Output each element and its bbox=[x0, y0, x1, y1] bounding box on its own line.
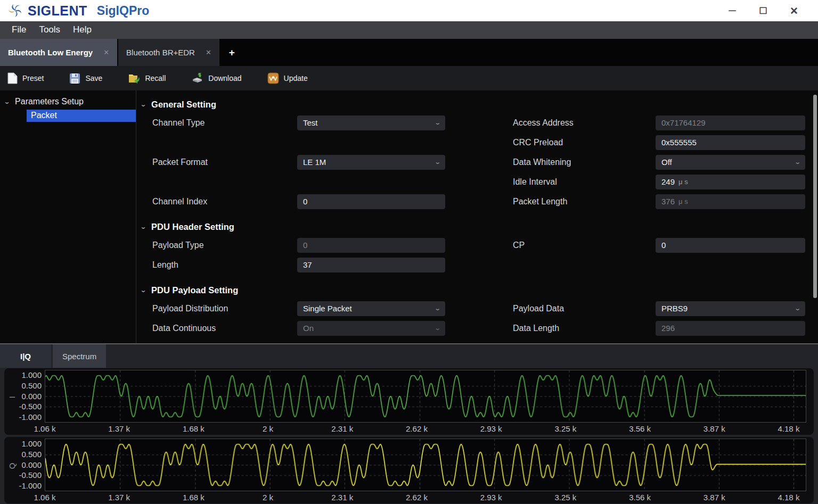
main-area: ⌄ Parameters Setup Packet ⌄General Setti… bbox=[0, 90, 818, 343]
field-label: Data Length bbox=[513, 324, 656, 333]
field-label: Length bbox=[152, 260, 297, 270]
field-value: 249 bbox=[661, 177, 675, 186]
menu-help[interactable]: Help bbox=[67, 24, 98, 36]
cp-field[interactable]: 0 bbox=[656, 238, 805, 253]
field-label: Payload Distribution bbox=[152, 304, 297, 313]
section-header-pdu-payload-setting[interactable]: ⌄PDU Payload Setting bbox=[136, 282, 818, 299]
minimize-button[interactable]: ─ bbox=[717, 5, 748, 16]
y-tick-label: -0.500 bbox=[5, 403, 42, 410]
field-label: CRC Preload bbox=[513, 138, 656, 147]
field-value: 0 bbox=[661, 241, 666, 250]
menu-file[interactable]: File bbox=[5, 24, 32, 36]
field-value: 37 bbox=[303, 260, 312, 269]
data-whitening-select[interactable]: Off⌄ bbox=[656, 155, 805, 170]
payload-data-select[interactable]: PRBS9⌄ bbox=[656, 301, 805, 316]
crc-preload-field[interactable]: 0x555555 bbox=[656, 135, 805, 150]
iq-chart-card-i: I1.0000.5000.000-0.500-1.0001.06 k1.37 k… bbox=[4, 368, 814, 435]
window-controls: ─☐✕ bbox=[717, 5, 809, 17]
new-tab-button[interactable]: + bbox=[220, 39, 243, 66]
vertical-scrollbar[interactable] bbox=[813, 95, 817, 298]
chevron-down-icon: ⌄ bbox=[140, 101, 146, 108]
form-row: CRC Preload0x555555 bbox=[136, 133, 818, 152]
packet-length-field: 376μ s bbox=[656, 194, 805, 209]
y-tick-label: 1.000 bbox=[5, 440, 42, 448]
app-title: SigIQPro bbox=[97, 4, 149, 18]
x-tick-label: 2.62 k bbox=[395, 424, 438, 433]
toolbar-button-label: Save bbox=[85, 74, 102, 82]
x-tick-label: 3.25 k bbox=[544, 493, 587, 502]
form-row: Length37 bbox=[136, 255, 818, 275]
x-tick-label: 2.62 k bbox=[395, 493, 438, 502]
tree-node-parameters-setup[interactable]: ⌄ Parameters Setup bbox=[0, 97, 136, 106]
payload-type-field: 0 bbox=[297, 238, 445, 253]
section-header-general-setting[interactable]: ⌄General Setting bbox=[136, 96, 818, 113]
waveform-viewer: I|QSpectrum I1.0000.5000.000-0.500-1.000… bbox=[0, 344, 818, 504]
field-label: Channel Type bbox=[152, 118, 297, 128]
y-tick-label: -1.000 bbox=[5, 414, 42, 421]
x-tick-label: 1.68 k bbox=[172, 493, 215, 502]
data-continuous-select: On⌄ bbox=[297, 321, 445, 336]
field-value: 296 bbox=[661, 324, 675, 333]
field-value: 0 bbox=[303, 241, 307, 250]
x-tick-label: 2.93 k bbox=[470, 493, 512, 502]
x-tick-label: 2 k bbox=[247, 493, 289, 502]
x-tick-label: 2.31 k bbox=[321, 493, 364, 502]
iq-chart-card-q: Q1.0000.5000.000-0.500-1.0001.06 k1.37 k… bbox=[4, 437, 814, 503]
preset-button[interactable]: Preset bbox=[7, 72, 44, 84]
tab-bluetooth-low-energy[interactable]: Bluetooth Low Energy✕ bbox=[0, 39, 117, 66]
plot-area[interactable] bbox=[45, 370, 806, 423]
tab-label: Bluetooth BR+EDR bbox=[126, 48, 195, 57]
field-value: PRBS9 bbox=[661, 304, 688, 313]
field-value: Test bbox=[303, 118, 318, 127]
close-icon[interactable]: ✕ bbox=[103, 48, 109, 56]
x-tick-label: 2.31 k bbox=[321, 424, 364, 433]
update-icon bbox=[267, 72, 279, 84]
field-label: Channel Index bbox=[152, 197, 297, 206]
payload-distribution-select[interactable]: Single Packet⌄ bbox=[297, 301, 445, 316]
field-value: LE 1M bbox=[303, 158, 326, 167]
recall-button[interactable]: Recall bbox=[128, 72, 166, 84]
toolbar-button-label: Preset bbox=[22, 74, 44, 82]
menu-tools[interactable]: Tools bbox=[32, 24, 67, 36]
brand-text: SIGLENT bbox=[28, 3, 87, 19]
chevron-down-icon: ⌄ bbox=[3, 98, 10, 105]
field-label: Data Whitening bbox=[513, 158, 656, 167]
save-button[interactable]: Save bbox=[69, 73, 102, 84]
field-label: Idle Interval bbox=[513, 177, 656, 187]
y-tick-label: 0.000 bbox=[5, 461, 42, 469]
access-address-field: 0x71764129 bbox=[656, 115, 805, 130]
x-tick-label: 3.87 k bbox=[693, 493, 735, 502]
tab-bluetooth-br-edr[interactable]: Bluetooth BR+EDR✕ bbox=[118, 39, 219, 66]
parameters-tree: ⌄ Parameters Setup Packet bbox=[0, 90, 136, 343]
chevron-down-icon: ⌄ bbox=[434, 119, 441, 126]
close-button[interactable]: ✕ bbox=[779, 5, 809, 17]
close-icon[interactable]: ✕ bbox=[206, 48, 211, 56]
x-tick-label: 4.18 k bbox=[767, 493, 810, 502]
plot-area[interactable] bbox=[45, 439, 806, 491]
viewer-tab-iq[interactable]: I|Q bbox=[0, 344, 51, 368]
x-tick-label: 3.25 k bbox=[544, 424, 587, 433]
unit-label: μ s bbox=[678, 197, 688, 205]
toolbar: PresetSaveRecallDownloadUpdate bbox=[0, 66, 818, 90]
form-row: Channel Index0Packet Length376μ s bbox=[136, 192, 818, 211]
section-title: PDU Header Setting bbox=[151, 222, 234, 232]
x-tick-label: 1.68 k bbox=[172, 424, 215, 433]
channel-index-field[interactable]: 0 bbox=[297, 194, 445, 209]
toolbar-button-label: Update bbox=[284, 74, 308, 82]
channel-type-select[interactable]: Test⌄ bbox=[297, 115, 445, 130]
field-value: 376 bbox=[661, 197, 675, 206]
tree-item-packet[interactable]: Packet bbox=[27, 110, 136, 122]
viewer-tab-spectrum[interactable]: Spectrum bbox=[53, 344, 106, 368]
form-row: Payload Type0CP0 bbox=[136, 235, 818, 255]
viewer-tab-bar: I|QSpectrum bbox=[0, 344, 818, 368]
update-button[interactable]: Update bbox=[267, 72, 308, 84]
section-header-pdu-header-setting[interactable]: ⌄PDU Header Setting bbox=[136, 218, 818, 235]
packet-format-select[interactable]: LE 1M⌄ bbox=[297, 155, 445, 170]
idle-interval-field[interactable]: 249μ s bbox=[656, 175, 805, 189]
download-button[interactable]: Download bbox=[191, 72, 241, 84]
field-label: Payload Data bbox=[513, 304, 656, 313]
maximize-button[interactable]: ☐ bbox=[748, 5, 779, 16]
toolbar-button-label: Download bbox=[208, 74, 241, 82]
length-field[interactable]: 37 bbox=[297, 258, 445, 272]
field-label: Payload Type bbox=[152, 241, 297, 250]
